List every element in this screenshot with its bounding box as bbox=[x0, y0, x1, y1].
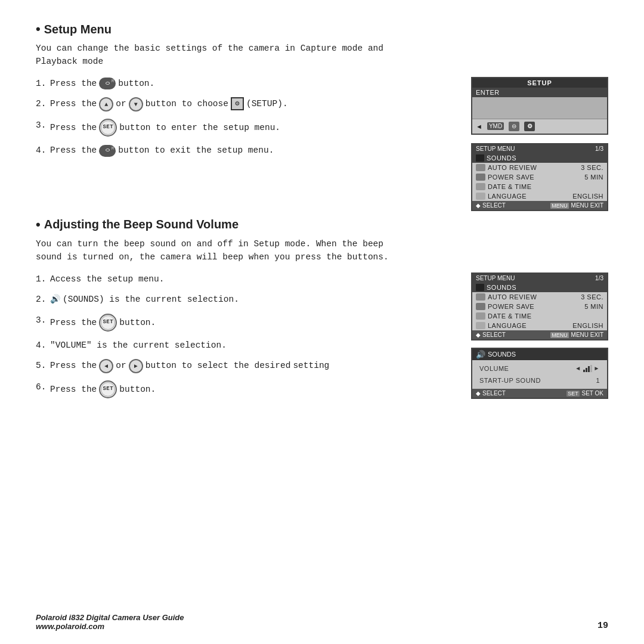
nav-down-button[interactable]: ▼ bbox=[129, 97, 143, 112]
speaker-icon: 🔊 bbox=[50, 293, 60, 306]
vol-bars bbox=[583, 365, 592, 372]
page-footer: Polaroid i832 Digital Camera User Guide … bbox=[36, 613, 608, 631]
sounds-body: VOLUME ◄ ► bbox=[472, 360, 607, 389]
step-2: 2. Press the ▲ or ▼ button to choose ⚙ (… bbox=[36, 97, 459, 112]
menu-footer-2: ◆ SELECT MENU MENU EXIT bbox=[472, 330, 607, 339]
footer-brand: Polaroid i832 Digital Camera User Guide … bbox=[36, 613, 184, 631]
m-button-2[interactable]: M ⬭ bbox=[99, 145, 116, 157]
screen-enter-row: ENTER bbox=[472, 88, 607, 97]
menu-footer: ◆ SELECT MENU MENU EXIT bbox=[472, 201, 607, 210]
menu-screen-header: SETUP MENU 1/3 bbox=[472, 144, 607, 153]
sounds-row-icon bbox=[476, 154, 484, 162]
menu-row-language-2: LANGUAGE ENGLISH bbox=[472, 321, 607, 330]
menu-row-sounds-2: SOUNDS bbox=[472, 283, 607, 292]
setup-steps-area: 1. Press the M ⬭ button. 2. Press the bbox=[36, 77, 608, 211]
beep-steps-col: 1. Access the setup menu. 2. 🔊 (SOUNDS) … bbox=[36, 273, 459, 405]
setup-choice-icon: ⚙ bbox=[524, 122, 535, 131]
menu-row-autoreview-2: AUTO REVIEW 3 SEC. bbox=[472, 292, 607, 302]
sounds-footer: ◆ SELECT SET SET OK bbox=[472, 389, 607, 398]
menu-row-datetime-2: DATE & TIME bbox=[472, 311, 607, 321]
nav-left-button[interactable]: ◄ bbox=[99, 359, 113, 373]
beep-intro: You can turn the beep sound on and off i… bbox=[36, 237, 608, 264]
beep-screens-col: SETUP MENU 1/3 SOUNDS AUTO REVIEW 3 SEC. bbox=[471, 273, 608, 405]
menu-row-autoreview: AUTO REVIEW 3 SEC. bbox=[472, 163, 607, 172]
menu-label-2: MENU bbox=[550, 332, 569, 338]
sounds-screen: 🔊 SOUNDS VOLUME ◄ bbox=[471, 348, 608, 399]
vol-bar-2 bbox=[586, 368, 587, 372]
menu-row-datetime: DATE & TIME bbox=[472, 182, 607, 191]
beep-step-1: 1. Access the setup menu. bbox=[36, 273, 459, 286]
page: • Setup Menu You can change the basic se… bbox=[0, 0, 644, 644]
sounds-volume-row: VOLUME ◄ ► bbox=[479, 365, 600, 372]
nav-up-button[interactable]: ▲ bbox=[99, 97, 113, 112]
setup-menu-screen: SETUP MENU 1/3 SOUNDS AUTO REVIEW 3 SEC. bbox=[471, 143, 608, 211]
beep-step-2: 2. 🔊 (SOUNDS) is the current selection. bbox=[36, 293, 459, 306]
set-label: SET bbox=[566, 391, 580, 397]
sound-speaker-icon: 🔊 bbox=[476, 350, 485, 359]
menu-row-language: LANGUAGE ENGLISH bbox=[472, 191, 607, 201]
volume-indicator: ◄ ► bbox=[575, 365, 600, 372]
set-button-beep[interactable]: SET bbox=[99, 314, 117, 332]
page-number: 19 bbox=[597, 621, 608, 631]
datetime-icon-2 bbox=[476, 312, 485, 320]
sounds-screen-header: 🔊 SOUNDS bbox=[472, 349, 607, 360]
select-arrow-icon-2: ◆ bbox=[476, 332, 481, 338]
powersave-icon bbox=[476, 174, 485, 181]
select-arrow-icon-3: ◆ bbox=[476, 390, 481, 397]
autoreview-icon-2 bbox=[476, 293, 485, 301]
select-arrow-icon: ◆ bbox=[476, 202, 481, 209]
vol-right-arrow: ► bbox=[594, 365, 600, 371]
beep-title: • Adjusting the Beep Sound Volume bbox=[36, 217, 608, 233]
screen-header-setup: SETUP bbox=[472, 78, 607, 88]
setup-screen-basic: SETUP ENTER ◄ YMD ⊖ ⚙ bbox=[471, 77, 608, 135]
step-3: 3. Press the SET button to enter the set… bbox=[36, 119, 459, 137]
set-button-beep2[interactable]: SET bbox=[99, 380, 117, 398]
autoreview-icon bbox=[476, 164, 485, 171]
nav-right-button[interactable]: ► bbox=[129, 359, 143, 373]
language-icon-2 bbox=[476, 322, 485, 329]
datetime-icon bbox=[476, 183, 485, 190]
vol-bar-1 bbox=[583, 370, 585, 372]
menu-row-sounds: SOUNDS bbox=[472, 153, 607, 163]
beep-step-5: 5. Press the ◄ or ► button to select the… bbox=[36, 359, 459, 373]
m-button-1[interactable]: M ⬭ bbox=[99, 78, 116, 89]
screen-icons-row: ◄ YMD ⊖ ⚙ bbox=[472, 119, 607, 134]
set-button-1[interactable]: SET bbox=[99, 119, 117, 137]
menu-row-powersave: POWER SAVE 5 MIN bbox=[472, 172, 607, 182]
ymd-icon: YMD bbox=[487, 122, 504, 130]
left-arrow-icon: ◄ bbox=[476, 123, 482, 130]
setup-menu-screen-2: SETUP MENU 1/3 SOUNDS AUTO REVIEW 3 SEC. bbox=[471, 273, 608, 340]
q-icon: ⊖ bbox=[509, 122, 519, 131]
step-1: 1. Press the M ⬭ button. bbox=[36, 77, 459, 90]
vol-bar-3 bbox=[588, 366, 590, 372]
setup-menu-section: • Setup Menu You can change the basic se… bbox=[36, 21, 608, 211]
menu-row-powersave-2: POWER SAVE 5 MIN bbox=[472, 302, 607, 311]
setup-steps-col: 1. Press the M ⬭ button. 2. Press the bbox=[36, 77, 459, 211]
beep-lower: 1. Access the setup menu. 2. 🔊 (SOUNDS) … bbox=[36, 273, 608, 405]
setup-intro: You can change the basic settings of the… bbox=[36, 42, 608, 69]
sounds-row-icon-2 bbox=[476, 284, 484, 291]
vol-left-arrow: ◄ bbox=[575, 365, 581, 371]
setup-icon: ⚙ bbox=[231, 97, 244, 110]
beep-step-6: 6. Press the SET button. bbox=[36, 380, 459, 398]
powersave-icon-2 bbox=[476, 303, 485, 310]
setup-menu-title: • Setup Menu bbox=[36, 21, 608, 37]
menu-screen-header-2: SETUP MENU 1/3 bbox=[472, 274, 607, 283]
language-icon bbox=[476, 193, 485, 200]
step-4: 4. Press the M ⬭ button to exit the setu… bbox=[36, 144, 459, 157]
vol-bar-4 bbox=[590, 365, 592, 372]
menu-label: MENU bbox=[550, 203, 569, 209]
beep-step-4: 4. "VOLUME" is the current selection. bbox=[36, 339, 459, 352]
beep-step-3: 3. Press the SET button. bbox=[36, 314, 459, 332]
beep-section: • Adjusting the Beep Sound Volume You ca… bbox=[36, 217, 608, 405]
sounds-startup-row: START-UP SOUND 1 bbox=[479, 377, 600, 384]
screen-spacer bbox=[472, 97, 607, 119]
setup-screens-col: SETUP ENTER ◄ YMD ⊖ ⚙ SETUP MENU bbox=[471, 77, 608, 211]
